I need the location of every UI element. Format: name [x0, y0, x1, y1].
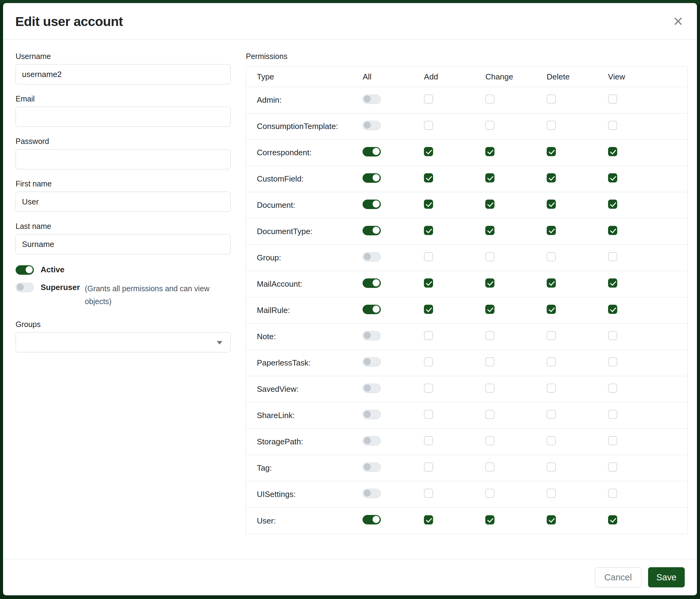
permission-change-checkbox[interactable] — [485, 410, 495, 419]
permission-add-checkbox[interactable] — [424, 173, 433, 183]
permission-add-checkbox[interactable] — [424, 436, 433, 445]
permission-change-checkbox[interactable] — [485, 121, 495, 130]
user-form: Username Email Password First name Last … — [16, 52, 231, 559]
permission-all-toggle[interactable] — [362, 279, 381, 288]
superuser-toggle[interactable] — [16, 283, 34, 292]
permission-delete-checkbox[interactable] — [547, 147, 556, 156]
permission-delete-checkbox[interactable] — [547, 173, 556, 183]
permission-view-checkbox[interactable] — [608, 436, 617, 445]
first-name-input[interactable] — [16, 192, 231, 212]
permission-view-checkbox[interactable] — [608, 199, 617, 209]
permission-add-checkbox[interactable] — [424, 410, 433, 419]
active-toggle[interactable] — [16, 265, 34, 275]
permission-view-checkbox[interactable] — [608, 94, 617, 103]
permission-delete-checkbox[interactable] — [547, 462, 556, 472]
permission-add-checkbox[interactable] — [424, 305, 433, 314]
permission-change-checkbox[interactable] — [485, 462, 495, 472]
permission-delete-checkbox[interactable] — [547, 410, 556, 419]
permission-change-checkbox[interactable] — [485, 515, 495, 524]
permission-view-checkbox[interactable] — [608, 173, 617, 183]
permission-view-checkbox[interactable] — [608, 279, 617, 288]
permission-change-checkbox[interactable] — [485, 331, 495, 340]
permission-add-checkbox[interactable] — [424, 515, 433, 524]
permission-delete-checkbox[interactable] — [547, 489, 556, 498]
permission-delete-checkbox[interactable] — [547, 199, 556, 209]
permission-view-checkbox[interactable] — [608, 305, 617, 314]
permissions-table: Type All Add Change Delete View Admin: C… — [246, 66, 688, 534]
permission-all-toggle[interactable] — [362, 252, 381, 262]
permission-all-toggle[interactable] — [362, 94, 381, 104]
permission-delete-checkbox[interactable] — [547, 436, 556, 445]
permission-view-checkbox[interactable] — [608, 462, 617, 472]
permission-view-checkbox[interactable] — [608, 252, 617, 261]
permission-delete-checkbox[interactable] — [547, 384, 556, 393]
permission-change-checkbox[interactable] — [485, 226, 495, 235]
permission-add-checkbox[interactable] — [424, 331, 433, 340]
permission-view-checkbox[interactable] — [608, 489, 617, 498]
permission-add-checkbox[interactable] — [424, 94, 433, 103]
permission-all-toggle[interactable] — [362, 147, 381, 157]
permission-add-checkbox[interactable] — [424, 357, 433, 366]
permission-change-checkbox[interactable] — [485, 252, 495, 261]
permission-delete-checkbox[interactable] — [547, 515, 556, 524]
permission-add-checkbox[interactable] — [424, 147, 433, 156]
permission-all-toggle[interactable] — [362, 357, 381, 367]
save-button[interactable]: Save — [648, 567, 685, 588]
permission-change-checkbox[interactable] — [485, 384, 495, 393]
permission-change-checkbox[interactable] — [485, 279, 495, 288]
permission-delete-checkbox[interactable] — [547, 121, 556, 130]
password-input[interactable] — [16, 149, 231, 169]
permission-change-checkbox[interactable] — [485, 173, 495, 183]
permission-type-label: Correspondent: — [246, 148, 362, 158]
permission-all-toggle[interactable] — [362, 199, 381, 209]
permission-add-checkbox[interactable] — [424, 489, 433, 498]
permission-view-checkbox[interactable] — [608, 226, 617, 235]
permission-delete-checkbox[interactable] — [547, 331, 556, 340]
permission-add-checkbox[interactable] — [424, 121, 433, 130]
permission-delete-checkbox[interactable] — [547, 94, 556, 103]
permission-view-checkbox[interactable] — [608, 384, 617, 393]
permission-all-toggle[interactable] — [362, 462, 381, 472]
permission-change-checkbox[interactable] — [485, 305, 495, 314]
permission-all-toggle[interactable] — [362, 410, 381, 419]
permission-all-toggle[interactable] — [362, 226, 381, 235]
permission-add-checkbox[interactable] — [424, 462, 433, 472]
permission-all-toggle[interactable] — [362, 121, 381, 130]
permission-change-checkbox[interactable] — [485, 94, 495, 103]
permission-delete-checkbox[interactable] — [547, 279, 556, 288]
permission-all-toggle[interactable] — [362, 436, 381, 446]
permission-delete-checkbox[interactable] — [547, 305, 556, 314]
permission-change-checkbox[interactable] — [485, 357, 495, 366]
groups-select[interactable] — [16, 332, 231, 352]
superuser-toggle-row: Superuser (Grants all permissions and ca… — [16, 282, 231, 308]
permission-view-checkbox[interactable] — [608, 147, 617, 156]
permission-add-checkbox[interactable] — [424, 226, 433, 235]
cancel-button[interactable]: Cancel — [595, 567, 641, 588]
permission-view-checkbox[interactable] — [608, 410, 617, 419]
username-input[interactable] — [16, 64, 231, 85]
permission-change-checkbox[interactable] — [485, 147, 495, 156]
permission-view-checkbox[interactable] — [608, 515, 617, 524]
permission-all-toggle[interactable] — [362, 331, 381, 340]
last-name-input[interactable] — [16, 234, 231, 254]
permission-all-toggle[interactable] — [362, 384, 381, 393]
permission-all-toggle[interactable] — [362, 305, 381, 314]
permission-all-toggle[interactable] — [362, 173, 381, 183]
email-input[interactable] — [16, 107, 231, 127]
permission-add-checkbox[interactable] — [424, 199, 433, 209]
permission-add-checkbox[interactable] — [424, 384, 433, 393]
permission-delete-checkbox[interactable] — [547, 252, 556, 261]
close-icon[interactable]: ✕ — [673, 15, 683, 28]
permission-view-checkbox[interactable] — [608, 357, 617, 366]
permission-add-checkbox[interactable] — [424, 279, 433, 288]
permission-view-checkbox[interactable] — [608, 121, 617, 130]
permission-change-checkbox[interactable] — [485, 199, 495, 209]
permission-all-toggle[interactable] — [362, 489, 381, 498]
permission-delete-checkbox[interactable] — [547, 226, 556, 235]
permission-change-checkbox[interactable] — [485, 489, 495, 498]
permission-change-checkbox[interactable] — [485, 436, 495, 445]
permission-delete-checkbox[interactable] — [547, 357, 556, 366]
permission-all-toggle[interactable] — [362, 515, 381, 524]
permission-view-checkbox[interactable] — [608, 331, 617, 340]
permission-add-checkbox[interactable] — [424, 252, 433, 261]
